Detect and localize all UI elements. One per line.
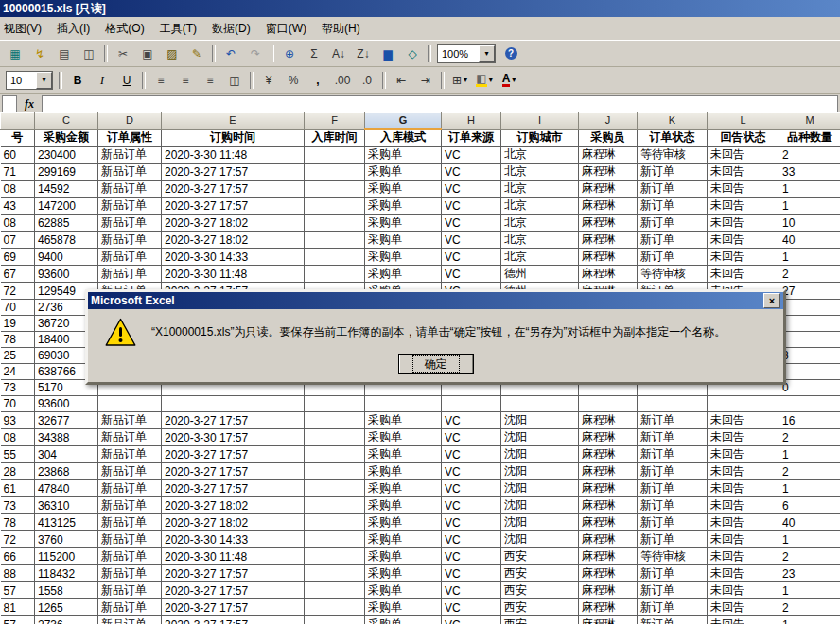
sheet-cell[interactable]: 麻程琳 [579,582,638,599]
sheet-cell[interactable]: VC [442,266,501,283]
sheet-cell[interactable]: 采购单 [365,429,442,446]
sheet-cell[interactable]: 采购单 [365,215,442,232]
sheet-cell[interactable]: 2 [779,266,840,283]
column-header-g-selected[interactable]: G [365,113,442,130]
sheet-cell[interactable]: 新品订单 [98,215,162,232]
sheet-cell[interactable]: 2 [779,429,840,446]
sheet-cell[interactable]: 1 [779,198,840,215]
sort-descending-icon[interactable]: Z↓ [352,43,375,64]
sheet-cell[interactable]: 2020-3-30 17:57 [162,429,305,446]
sheet-cell[interactable] [779,396,840,412]
sheet-cell[interactable]: 沈阳 [501,514,579,531]
sheet-cell[interactable]: 沈阳 [501,429,579,446]
sheet-cell[interactable]: 34388 [35,429,98,446]
merge-center-icon[interactable]: ◫ [223,70,246,91]
sheet-cell[interactable]: 采购单 [365,514,442,531]
sheet-cell[interactable]: 47840 [35,480,98,497]
sheet-cell[interactable]: 采购单 [365,412,442,429]
copy-icon[interactable]: ▣ [136,43,159,64]
sheet-cell[interactable]: 27 [779,283,840,300]
sheet-cell[interactable]: VC [442,463,501,480]
underline-button[interactable]: U [115,70,138,91]
sheet-cell[interactable] [305,582,365,599]
sheet-cell[interactable]: 新品订单 [98,147,162,164]
sheet-cell[interactable]: 2020-3-27 17:57 [162,565,305,582]
sheet-cell[interactable]: 麻程琳 [579,429,638,446]
sheet-cell[interactable]: 32677 [35,412,98,429]
sheet-cell[interactable]: 9400 [35,249,98,266]
help-button[interactable]: ? [499,43,522,64]
sheet-cell[interactable] [98,396,162,412]
sheet-cell[interactable]: 未回告 [708,181,779,198]
sheet-cell[interactable]: 麻程琳 [579,565,638,582]
sheet-header-cell[interactable]: 订单状态 [638,129,708,147]
sheet-cell[interactable]: 72 [1,283,35,300]
sheet-cell[interactable]: 新订单 [638,215,708,232]
sheet-cell[interactable]: 北京 [501,215,579,232]
sheet-cell[interactable]: 西安 [501,548,579,565]
column-header-k[interactable]: K [638,113,708,130]
chevron-down-icon[interactable]: ▾ [512,76,516,84]
sheet-cell[interactable]: 3 [779,348,840,364]
sheet-cell[interactable]: 73 [1,380,35,396]
sheet-cell[interactable]: VC [442,429,501,446]
sheet-cell[interactable]: 230400 [35,147,98,164]
sheet-header-cell[interactable]: 采购金额 [35,129,98,147]
sheet-cell[interactable]: 未回告 [708,514,779,531]
sheet-cell[interactable]: 新品订单 [98,446,162,463]
sheet-cell[interactable] [365,396,442,412]
sheet-cell[interactable]: 麻程琳 [579,181,638,198]
sheet-cell[interactable]: 新订单 [638,531,708,548]
sheet-cell[interactable]: 采购单 [365,266,442,283]
sheet-cell[interactable]: VC [442,232,501,249]
sheet-cell[interactable]: 麻程琳 [579,599,638,616]
sheet-cell[interactable]: 2020-3-27 17:57 [162,198,305,215]
sheet-cell[interactable] [305,181,365,198]
sheet-cell[interactable] [305,215,365,232]
sheet-cell[interactable] [305,412,365,429]
sheet-cell[interactable] [708,396,779,412]
sheet-cell[interactable]: 2020-3-27 18:02 [162,215,305,232]
sheet-cell[interactable]: 2020-3-27 17:57 [162,446,305,463]
sheet-cell[interactable]: 115200 [35,548,98,565]
sheet-cell[interactable]: 采购单 [365,181,442,198]
column-header-j[interactable]: J [579,113,638,130]
redo-icon[interactable]: ↷ [244,43,267,64]
sheet-cell[interactable]: 等待审核 [638,147,708,164]
sheet-cell[interactable]: 麻程琳 [579,531,638,548]
chevron-down-icon[interactable]: ▾ [479,45,495,62]
sheet-cell[interactable]: VC [442,249,501,266]
sheet-cell[interactable]: 麻程琳 [579,249,638,266]
ok-button[interactable]: 确定 [398,354,474,374]
title-bar[interactable]: 10000015.xls [只读] [0,0,840,17]
sheet-cell[interactable]: 新订单 [638,599,708,616]
sheet-cell[interactable]: 新订单 [638,181,708,198]
sheet-cell[interactable]: 新品订单 [98,181,162,198]
sheet-cell[interactable] [779,364,840,380]
sheet-cell[interactable]: 未回告 [708,446,779,463]
sheet-cell[interactable]: 33 [779,164,840,181]
sheet-cell[interactable]: 08 [1,215,35,232]
sheet-cell[interactable]: 未回告 [708,480,779,497]
sheet-cell[interactable]: 新品订单 [98,599,162,616]
sheet-cell[interactable]: 1 [779,249,840,266]
sheet-cell[interactable]: 新订单 [638,429,708,446]
autosum-icon[interactable]: Σ [303,43,325,64]
sheet-cell[interactable]: VC [442,565,501,582]
lightning-icon[interactable]: ↯ [28,43,51,64]
sheet-cell[interactable]: 1 [779,446,840,463]
new-table-icon[interactable]: ▦ [4,43,26,64]
sheet-cell[interactable]: 24 [1,364,35,380]
sheet-cell[interactable]: 40 [779,232,840,249]
sheet-cell[interactable]: 新品订单 [98,531,162,548]
sheet-cell[interactable]: 新品订单 [98,412,162,429]
sheet-cell[interactable]: 麻程琳 [579,446,638,463]
sheet-cell[interactable]: 1 [779,582,840,599]
sheet-cell[interactable]: 2020-3-27 17:57 [162,412,305,429]
sheet-cell[interactable]: 70 [1,396,35,412]
menu-item-tools[interactable]: 工具(T) [152,17,204,41]
name-box[interactable] [2,95,17,113]
sheet-cell[interactable]: 采购单 [365,480,442,497]
sheet-cell[interactable]: 未回告 [708,548,779,565]
sheet-cell[interactable]: 等待审核 [638,266,708,283]
